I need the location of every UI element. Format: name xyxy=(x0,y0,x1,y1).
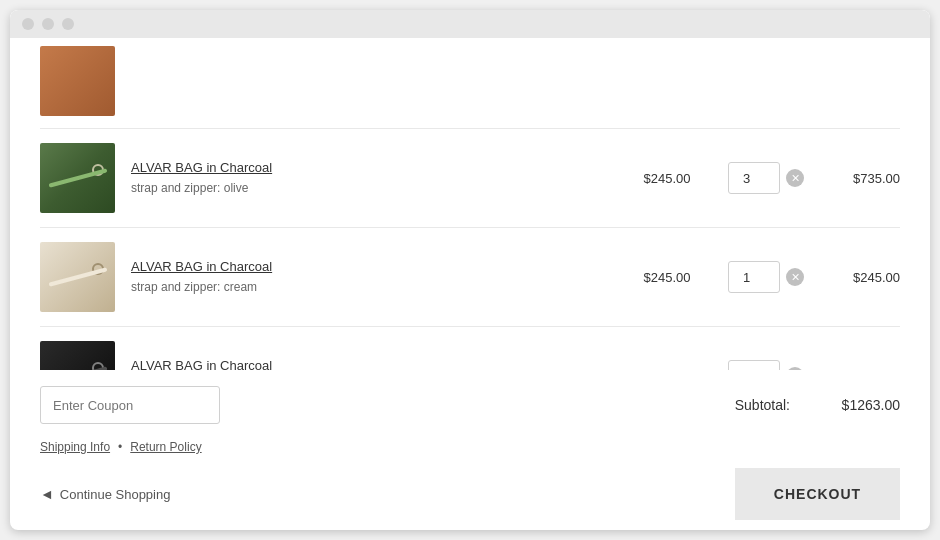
cart-item: ALVAR BAG in Charcoal strap and zipper: … xyxy=(40,228,900,327)
item-image-black xyxy=(40,341,115,370)
item-name-olive[interactable]: ALVAR BAG in Charcoal xyxy=(131,160,606,175)
cart-items-list: ALVAR BAG in Charcoal strap and zipper: … xyxy=(40,129,900,370)
item-price-cream: $245.00 xyxy=(622,270,712,285)
item-quantity-input-black[interactable] xyxy=(728,360,780,370)
item-total-olive: $735.00 xyxy=(820,171,900,186)
subtotal-row: Subtotal: $1263.00 xyxy=(40,386,900,424)
link-separator: • xyxy=(118,440,122,454)
shipping-info-link[interactable]: Shipping Info xyxy=(40,440,110,454)
item-price-olive: $245.00 xyxy=(622,171,712,186)
item-details-black: ALVAR BAG in Charcoal strap and zipper: … xyxy=(131,358,606,370)
item-name-black[interactable]: ALVAR BAG in Charcoal xyxy=(131,358,606,370)
main-content: ALVAR BAG in Charcoal strap and zipper: … xyxy=(10,38,930,530)
item-name-cream[interactable]: ALVAR BAG in Charcoal xyxy=(131,259,606,274)
actions-row: ◄ Continue Shopping CHECKOUT xyxy=(40,468,900,520)
item-quantity-input-cream[interactable] xyxy=(728,261,780,293)
continue-shopping-label: Continue Shopping xyxy=(60,487,171,502)
bottom-section: Subtotal: $1263.00 Shipping Info • Retur… xyxy=(40,370,900,530)
continue-shopping-link[interactable]: ◄ Continue Shopping xyxy=(40,486,170,502)
cart-item: ALVAR BAG in Charcoal strap and zipper: … xyxy=(40,129,900,228)
item-remove-cream[interactable]: ✕ xyxy=(786,268,804,286)
item-total-cream: $245.00 xyxy=(820,270,900,285)
item-variant-olive: strap and zipper: olive xyxy=(131,181,248,195)
checkout-button[interactable]: CHECKOUT xyxy=(735,468,900,520)
item-details-olive: ALVAR BAG in Charcoal strap and zipper: … xyxy=(131,160,606,196)
item-quantity-wrap-olive: ✕ xyxy=(728,162,804,194)
item-image-olive xyxy=(40,143,115,213)
app-window: ALVAR BAG in Charcoal strap and zipper: … xyxy=(10,10,930,530)
subtotal-amount: $1263.00 xyxy=(820,397,900,413)
titlebar-dot-3 xyxy=(62,18,74,30)
titlebar-dot-2 xyxy=(42,18,54,30)
partial-item-row xyxy=(40,38,900,129)
titlebar-dot-1 xyxy=(22,18,34,30)
back-arrow-icon: ◄ xyxy=(40,486,54,502)
item-details-cream: ALVAR BAG in Charcoal strap and zipper: … xyxy=(131,259,606,295)
item-quantity-input-olive[interactable] xyxy=(728,162,780,194)
links-row: Shipping Info • Return Policy xyxy=(40,440,900,454)
subtotal-label: Subtotal: xyxy=(735,397,790,413)
item-quantity-wrap-black: ✕ xyxy=(728,360,804,370)
item-quantity-wrap-cream: ✕ xyxy=(728,261,804,293)
item-variant-cream: strap and zipper: cream xyxy=(131,280,257,294)
cart-item: ALVAR BAG in Charcoal strap and zipper: … xyxy=(40,327,900,370)
return-policy-link[interactable]: Return Policy xyxy=(130,440,201,454)
item-remove-olive[interactable]: ✕ xyxy=(786,169,804,187)
coupon-input[interactable] xyxy=(40,386,220,424)
partial-item-image xyxy=(40,46,115,116)
item-image-cream xyxy=(40,242,115,312)
titlebar xyxy=(10,10,930,38)
